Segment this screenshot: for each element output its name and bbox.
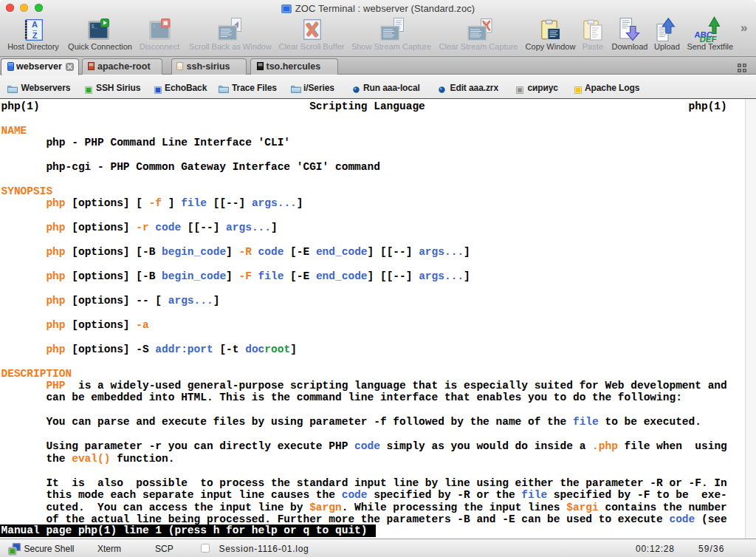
svg-text:$_: $_ <box>153 24 159 30</box>
svg-text:Z: Z <box>32 31 38 40</box>
svg-text:$_: $_ <box>92 24 98 30</box>
svg-text:DEF: DEF <box>699 35 717 43</box>
